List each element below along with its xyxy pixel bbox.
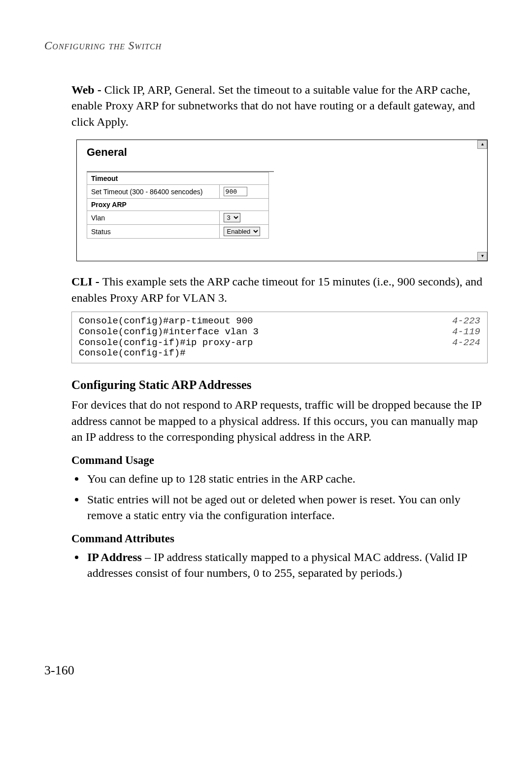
cli-line: Console(config)#arp-timeout 9004-223 <box>79 316 480 327</box>
web-paragraph: Web - Click IP, ARP, General. Set the ti… <box>71 82 488 130</box>
command-attributes-heading: Command Attributes <box>71 532 488 545</box>
status-select[interactable]: Enabled <box>224 227 260 236</box>
cli-label: CLI - <box>71 275 102 288</box>
command-usage-heading: Command Usage <box>71 454 488 467</box>
page-header: Configuring the Switch <box>44 39 488 52</box>
timeout-input[interactable] <box>224 187 247 196</box>
cli-code-block: Console(config)#arp-timeout 9004-223 Con… <box>71 312 488 363</box>
web-label: Web - <box>71 83 104 96</box>
cli-paragraph: CLI - This example sets the ARP cache ti… <box>71 274 488 306</box>
arp-settings-table: Timeout Set Timeout (300 - 86400 sencode… <box>87 172 269 239</box>
scroll-up-button[interactable]: ▴ <box>477 140 487 149</box>
usage-list: You can define up to 128 static entries … <box>71 471 488 524</box>
screenshot-title: General <box>87 146 477 159</box>
web-text: Click IP, ARP, General. Set the timeout … <box>71 83 475 128</box>
cli-line: Console(config-if)# <box>79 348 480 359</box>
page-number: 3-160 <box>44 663 74 678</box>
section-heading: Configuring Static ARP Addresses <box>71 378 488 392</box>
arp-general-screenshot: ▴ ▾ General Timeout Set Timeout (300 - 8… <box>76 140 488 261</box>
vlan-select[interactable]: 3 <box>224 213 240 222</box>
vlan-label: Vlan <box>87 211 220 225</box>
scroll-down-button[interactable]: ▾ <box>477 252 487 261</box>
timeout-label: Set Timeout (300 - 86400 sencodes) <box>87 185 220 199</box>
section-text: For devices that do not respond to ARP r… <box>71 397 488 445</box>
status-label: Status <box>87 225 220 239</box>
timeout-header: Timeout <box>87 173 269 185</box>
attr-name: IP Address <box>87 551 142 563</box>
cli-text: This example sets the ARP cache timeout … <box>71 275 482 304</box>
attr-desc: – IP address statically mapped to a phys… <box>87 551 467 579</box>
list-item: IP Address – IP address statically mappe… <box>85 549 488 581</box>
cli-line: Console(config)#interface vlan 34-119 <box>79 327 480 338</box>
cli-line: Console(config-if)#ip proxy-arp4-224 <box>79 338 480 349</box>
attributes-list: IP Address – IP address statically mappe… <box>71 549 488 581</box>
list-item: You can define up to 128 static entries … <box>85 471 488 487</box>
proxy-arp-header: Proxy ARP <box>87 199 269 211</box>
list-item: Static entries will not be aged out or d… <box>85 492 488 524</box>
